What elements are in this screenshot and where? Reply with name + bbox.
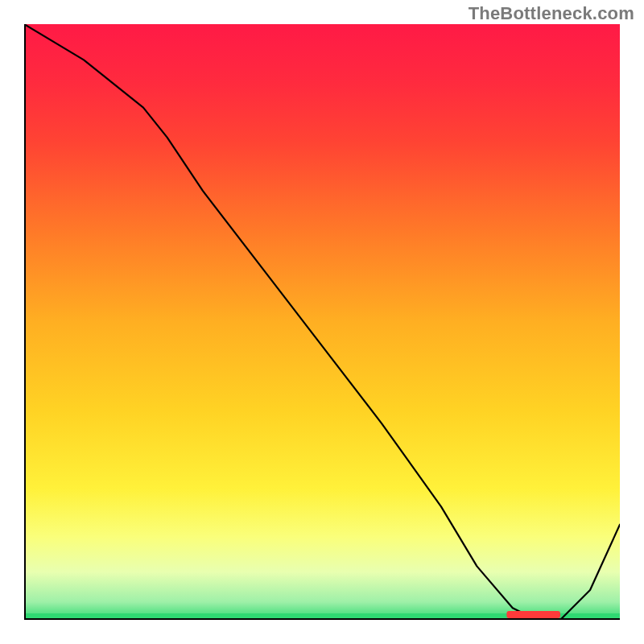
plot-svg: [24, 24, 620, 620]
minimum-marker: [506, 611, 560, 618]
watermark-text: TheBottleneck.com: [469, 3, 634, 24]
plot-background: [24, 24, 620, 620]
chart-container: TheBottleneck.com: [0, 0, 644, 644]
